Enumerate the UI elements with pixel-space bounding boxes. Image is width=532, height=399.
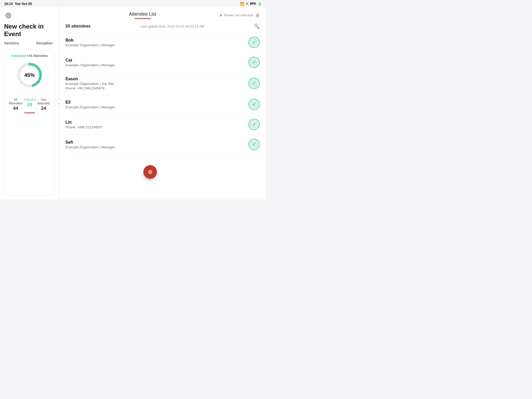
header-title-row: Attendee List Printer not selected 🖨 xyxy=(65,11,260,19)
battery-icon: 🔋 xyxy=(258,2,262,6)
attendee-name-eason: Eason xyxy=(65,77,248,81)
gear-icon xyxy=(5,13,11,18)
check-button-cat[interactable]: ✓ xyxy=(248,57,260,68)
all-attendees-header-label: All Attendees xyxy=(28,54,48,58)
reception-button[interactable]: Reception › xyxy=(36,41,55,45)
stats-tabs: All Attendees 44 Attended 20 Not Attende… xyxy=(9,97,50,112)
attendee-phone-lin: Phone: +886 221234567 xyxy=(65,125,248,129)
attended-header-label: Attended xyxy=(11,54,25,58)
check-button-ell[interactable]: ✓ xyxy=(248,99,260,110)
attendee-item-cat: Cat Example Organization | Manager ✓ xyxy=(65,52,260,72)
right-panel: Attendee List Printer not selected 🖨 20 … xyxy=(59,7,266,200)
right-header: Attendee List Printer not selected 🖨 xyxy=(59,7,266,20)
attendee-item-ell: Ell Example Organization | Manager ✓ xyxy=(65,95,260,115)
attendee-item-lin: Lin Phone: +886 221234567 ✓ xyxy=(65,115,260,135)
wifi-icon: 📶 xyxy=(240,2,244,6)
not-attended-tab[interactable]: Not Attended 24 xyxy=(37,97,50,112)
attendee-org-ell: Example Organization | Manager xyxy=(65,105,248,109)
app-container: New check in Event Sessions Reception › … xyxy=(0,7,266,200)
attendee-info-eason: Eason Example Organization | Job Title P… xyxy=(65,77,248,90)
donut-chart-container: 45% xyxy=(9,61,50,89)
collapse-panel-button[interactable]: ‹ xyxy=(55,99,63,108)
status-bar: 10:13 Tue Oct 25 📶 ⊕ 90% 🔋 xyxy=(0,0,266,7)
check-icon-ell: ✓ xyxy=(252,102,256,107)
attendee-info-ell: Ell Example Organization | Manager xyxy=(65,100,248,109)
last-update-text: Last update time: 2022-10-25 10:13:14 AM xyxy=(140,24,204,28)
battery-percentage: 90% xyxy=(250,2,256,5)
attendee-list: Bob Example Organization | Manager ✓ Cat… xyxy=(59,32,266,200)
attendee-info-bob: Bob Example Organization | Manager xyxy=(65,38,248,47)
attendee-count: 20 attendees xyxy=(65,24,91,29)
attended-tab-label: Attended xyxy=(23,98,36,102)
check-icon-cat: ✓ xyxy=(252,59,256,65)
attendee-phone-eason: Phone: +86 15612345678 xyxy=(65,86,248,90)
printer-row: Printer not selected 🖨 xyxy=(220,12,260,18)
check-icon-bob: ✓ xyxy=(252,39,256,45)
tab-active-indicator xyxy=(24,112,35,113)
attendee-list-title: Attendee List xyxy=(129,11,156,19)
left-panel: New check in Event Sessions Reception › … xyxy=(0,7,59,200)
check-icon-lin: ✓ xyxy=(252,122,256,127)
attendee-info-lin: Lin Phone: +886 221234567 xyxy=(65,120,248,129)
stats-card: Attended / All Attendees 45% xyxy=(4,49,55,195)
check-button-lin[interactable]: ✓ xyxy=(248,119,260,130)
search-button[interactable]: 🔍 xyxy=(254,23,260,29)
all-tab-value: 44 xyxy=(9,106,23,111)
all-tab-label: All Attendees xyxy=(9,98,23,105)
attended-tab-value: 20 xyxy=(23,102,36,108)
check-icon-eason: ✓ xyxy=(252,81,256,86)
attendee-org-sefi: Example Organization | Manager xyxy=(65,145,248,149)
printer-status-text: Printer not selected xyxy=(224,13,253,17)
attendee-name-sefi: Sefi xyxy=(65,140,248,145)
attendee-item-sefi: Sefi Example Organization | Manager ✓ xyxy=(65,135,260,155)
reception-label: Reception xyxy=(36,41,52,45)
attendee-name-lin: Lin xyxy=(65,120,248,125)
not-attended-tab-value: 24 xyxy=(37,106,50,111)
attendee-name-ell: Ell xyxy=(65,100,248,105)
attendee-info-sefi: Sefi Example Organization | Manager xyxy=(65,140,248,149)
check-icon-sefi: ✓ xyxy=(252,142,256,147)
attendee-org-cat: Example Organization | Manager xyxy=(65,63,248,67)
attendee-name-bob: Bob xyxy=(65,38,248,43)
attendee-item-bob: Bob Example Organization | Manager ✓ xyxy=(65,32,260,52)
status-date: Tue Oct 25 xyxy=(15,2,32,6)
location-icon: ⊕ xyxy=(246,2,248,5)
sessions-label: Sessions xyxy=(4,41,19,45)
not-attended-tab-label: Not Attended xyxy=(37,98,50,105)
check-button-bob[interactable]: ✓ xyxy=(248,37,260,48)
printer-status-dot xyxy=(220,14,222,16)
attended-tab[interactable]: Attended 20 xyxy=(23,97,36,112)
attendee-info-cat: Cat Example Organization | Manager xyxy=(65,58,248,67)
all-attendees-tab[interactable]: All Attendees 44 xyxy=(9,97,23,112)
attendee-org-bob: Example Organization | Manager xyxy=(65,43,248,47)
svg-point-0 xyxy=(8,15,9,16)
chevron-right-icon: › xyxy=(54,41,55,45)
event-title: New check in Event xyxy=(4,23,55,38)
status-time: 10:13 xyxy=(4,2,13,6)
fab-button[interactable]: ⊕ xyxy=(143,165,157,179)
stats-header: Attended / All Attendees xyxy=(9,54,50,58)
donut-percentage: 45% xyxy=(24,72,35,78)
check-button-eason[interactable]: ✓ xyxy=(248,78,260,89)
sessions-row: Sessions Reception › xyxy=(4,41,55,45)
fab-icon: ⊕ xyxy=(148,169,152,175)
attendee-item-eason: Eason Example Organization | Job Title P… xyxy=(65,72,260,95)
printer-icon[interactable]: 🖨 xyxy=(255,12,260,18)
attendee-name-cat: Cat xyxy=(65,58,248,63)
check-button-sefi[interactable]: ✓ xyxy=(248,139,260,150)
donut-chart: 45% xyxy=(15,61,44,89)
attendee-meta-row: 20 attendees Last update time: 2022-10-2… xyxy=(59,20,266,32)
stats-divider xyxy=(9,94,50,94)
attendee-org-eason: Example Organization | Job Title xyxy=(65,82,248,86)
settings-button[interactable] xyxy=(4,11,12,20)
